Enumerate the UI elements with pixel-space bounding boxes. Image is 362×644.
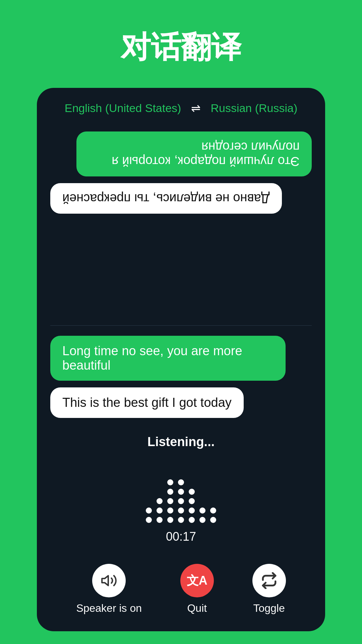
wave-col-1 <box>146 507 152 523</box>
toggle-control[interactable]: Toggle <box>252 564 286 614</box>
wave-dot <box>146 507 152 514</box>
wave-dot <box>189 498 195 504</box>
listening-section: Listening... <box>37 428 325 557</box>
quit-button[interactable]: 文A <box>180 564 214 597</box>
quit-label: Quit <box>187 602 207 614</box>
wave-dot <box>167 498 173 504</box>
wave-dot <box>210 507 216 514</box>
page-title: 对话翻译 <box>121 27 241 68</box>
wave-col-3 <box>167 479 173 523</box>
wave-dot <box>167 489 173 495</box>
wave-col-2 <box>157 498 163 523</box>
wave-dot <box>167 507 173 514</box>
wave-col-6 <box>199 507 205 523</box>
chat-area-top: Давно не виделись, ты прекрасней Это луч… <box>37 125 325 325</box>
wave-dot <box>189 517 195 523</box>
wave-dot <box>189 507 195 514</box>
wave-col-7 <box>210 507 216 523</box>
list-item: Давно не виделись, ты прекрасней <box>50 183 282 214</box>
wave-dot <box>167 517 173 523</box>
controls-bar: Speaker is on 文A Quit Toggle <box>37 557 325 631</box>
list-item: Это лучший подарок, который я получил се… <box>76 131 312 176</box>
svg-marker-0 <box>102 576 108 585</box>
wave-dot <box>157 507 163 514</box>
wave-dot <box>157 498 163 504</box>
wave-dot <box>178 517 184 523</box>
speaker-control[interactable]: Speaker is on <box>76 564 142 614</box>
wave-col-5 <box>189 489 195 523</box>
wave-dot <box>167 479 173 485</box>
target-language[interactable]: Russian (Russia) <box>210 102 297 115</box>
speaker-label: Speaker is on <box>76 602 142 614</box>
wave-dot <box>178 489 184 495</box>
conversation-card: English (United States) ⇌ Russian (Russi… <box>37 88 325 631</box>
speaker-button[interactable] <box>92 564 126 597</box>
wave-dot <box>146 517 152 523</box>
toggle-label: Toggle <box>253 602 285 614</box>
wave-dot <box>210 517 216 523</box>
speaker-icon <box>101 572 117 589</box>
toggle-button[interactable] <box>252 564 286 597</box>
wave-dot <box>178 498 184 504</box>
swap-icon[interactable]: ⇌ <box>191 101 200 115</box>
wave-dot <box>199 507 205 514</box>
timer: 00:17 <box>166 530 196 544</box>
wave-col-4 <box>178 479 184 523</box>
wave-dot <box>199 517 205 523</box>
list-item: This is the best gift I got today <box>50 387 244 418</box>
wave-dot <box>189 489 195 495</box>
wave-dot <box>157 517 163 523</box>
source-language[interactable]: English (United States) <box>65 102 181 115</box>
toggle-icon <box>261 572 278 589</box>
quit-control[interactable]: 文A Quit <box>180 564 214 614</box>
wave-dot <box>178 479 184 485</box>
wave-dot <box>178 507 184 514</box>
quit-icon-text: 文A <box>187 573 207 589</box>
chat-area-bottom: Long time no see, you are more beautiful… <box>37 326 325 428</box>
list-item: Long time no see, you are more beautiful <box>50 336 286 381</box>
listening-label: Listening... <box>147 435 215 449</box>
language-header: English (United States) ⇌ Russian (Russi… <box>37 88 325 125</box>
waveform <box>146 456 216 523</box>
